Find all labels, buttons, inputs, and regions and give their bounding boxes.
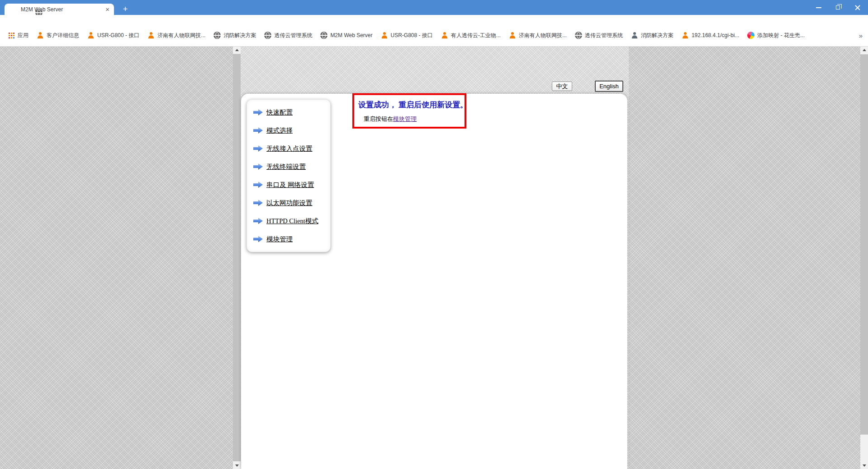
scroll-down-arrow[interactable] — [860, 462, 868, 469]
pinwheel-icon — [746, 31, 756, 40]
sidebar-menu-item[interactable]: 无线接入点设置 — [247, 139, 330, 158]
bookmark-item[interactable]: 济南有人物联网技... — [143, 29, 209, 41]
message-body-text: 重启按钮在 — [364, 115, 393, 122]
bookmarks-bar: 应用 客户详细信息 USR-G800 - 接口 济南有人物联网技... 消防解决… — [0, 29, 868, 41]
sidebar-menu-item[interactable]: 快速配置 — [247, 103, 330, 121]
person-orange-icon — [381, 32, 388, 39]
sidebar-menu-link[interactable]: HTTPD Client模式 — [266, 217, 318, 225]
sidebar-menu-item[interactable]: HTTPD Client模式 — [247, 212, 330, 230]
sidebar-menu-link[interactable]: 无线终端设置 — [266, 163, 306, 171]
bookmark-item[interactable]: 透传云管理系统 — [260, 29, 316, 41]
person-orange-icon — [37, 32, 44, 39]
left-frame-background — [0, 47, 233, 469]
blue-arrow-icon — [253, 163, 263, 170]
triangle-up-icon — [235, 49, 239, 51]
sidebar-menu-link[interactable]: 模式选择 — [266, 126, 293, 135]
sidebar-menu-link[interactable]: 模块管理 — [266, 235, 293, 244]
english-language-button[interactable]: English — [595, 81, 623, 92]
bookmark-item[interactable]: 透传云管理系统 — [571, 29, 627, 41]
bookmark-item[interactable]: 济南有人物联网技... — [505, 29, 571, 41]
bookmark-item[interactable]: 消防解决方案 — [627, 29, 678, 41]
triangle-down-icon — [863, 464, 866, 467]
bookmark-item[interactable]: USR-G800 - 接口 — [83, 29, 143, 41]
window-titlebar: M2M Web Server × + — [0, 0, 868, 15]
person-orange-icon — [509, 32, 516, 39]
close-button[interactable] — [849, 0, 867, 15]
success-message-box: 设置成功， 重启后使用新设置。 重启按钮在模块管理 — [352, 93, 466, 129]
scroll-up-arrow[interactable] — [860, 47, 868, 53]
sidebar-menu-link[interactable]: 串口及 网络设置 — [266, 181, 314, 189]
sidebar-menu-item[interactable]: 模式选择 — [247, 121, 330, 139]
sidebar-menu-item[interactable]: 模块管理 — [247, 230, 330, 248]
chinese-language-button[interactable]: 中文 — [552, 81, 572, 91]
scroll-up-arrow[interactable] — [233, 47, 241, 53]
globe-gray-icon — [320, 32, 327, 39]
blue-arrow-icon — [253, 109, 263, 116]
minimize-button[interactable] — [810, 0, 828, 15]
globe-gray-icon — [264, 32, 271, 39]
module-management-link[interactable]: 模块管理 — [393, 115, 417, 122]
success-message-title: 设置成功， 重启后使用新设置。 — [358, 100, 465, 110]
tab-close-icon[interactable]: × — [105, 6, 109, 13]
blue-arrow-icon — [253, 218, 263, 225]
web-page: 中文 English 快速配置 模式选择 无线接入点设置 — [0, 47, 868, 469]
sidebar-menu-link[interactable]: 快速配置 — [266, 108, 293, 117]
apps-grid-icon — [8, 32, 15, 39]
triangle-down-icon — [235, 464, 239, 467]
tab-title: M2M Web Server — [9, 6, 102, 13]
browser-toolbar: 不安全 10.10.100.254/home.html ★ — [0, 15, 868, 29]
bookmark-item[interactable]: 有人透传云-工业物... — [437, 29, 505, 41]
scroll-down-arrow[interactable] — [233, 462, 241, 469]
scrollbar-thumb[interactable] — [233, 54, 241, 461]
restore-icon — [836, 5, 840, 10]
blue-arrow-icon — [253, 236, 263, 243]
sidebar-menu-link[interactable]: 以太网功能设置 — [266, 199, 313, 207]
bookmark-item[interactable]: 应用 — [4, 29, 33, 41]
sidebar-menu-item[interactable]: 串口及 网络设置 — [247, 176, 330, 194]
globe-gray-icon — [575, 32, 582, 39]
scrollbar-thumb[interactable] — [860, 54, 868, 435]
bookmark-item[interactable]: 客户详细信息 — [33, 29, 83, 41]
close-icon — [854, 5, 861, 11]
restore-button[interactable] — [829, 0, 847, 15]
person-orange-icon — [682, 32, 689, 39]
sidebar-menu-panel: 快速配置 模式选择 无线接入点设置 无线终端设置 — [247, 99, 331, 252]
blue-arrow-icon — [253, 200, 263, 206]
bookmark-item[interactable]: 192.168.4.1/cgi-bi... — [678, 29, 743, 41]
sidebar-menu: 快速配置 模式选择 无线接入点设置 无线终端设置 — [247, 103, 330, 248]
new-tab-button[interactable]: + — [119, 5, 131, 14]
sidebar-menu-item[interactable]: 无线终端设置 — [247, 158, 330, 176]
bookmark-item[interactable]: M2M Web Server — [316, 29, 376, 41]
frame-scrollbar[interactable] — [233, 47, 241, 469]
bookmark-item[interactable]: USR-G808 - 接口 — [377, 29, 437, 41]
blue-arrow-icon — [253, 145, 263, 152]
blue-arrow-icon — [253, 127, 263, 134]
bookmarks-overflow-chevron[interactable]: » — [859, 29, 863, 41]
person-orange-icon — [441, 32, 448, 39]
person-orange-icon — [147, 32, 155, 39]
bookmarks-bar-gap — [0, 41, 868, 47]
bookmark-item[interactable]: 消防解决方案 — [209, 29, 260, 41]
sidebar-menu-link[interactable]: 无线接入点设置 — [266, 144, 313, 153]
success-message-body: 重启按钮在模块管理 — [364, 115, 465, 123]
bookmark-item[interactable]: 添加映射 - 花生壳... — [743, 29, 809, 41]
blue-arrow-icon — [253, 182, 263, 188]
plus-icon: + — [123, 5, 128, 13]
globe-gray-icon — [213, 32, 221, 39]
person-dark-icon — [631, 32, 638, 39]
person-orange-icon — [87, 32, 95, 39]
browser-tab[interactable]: M2M Web Server × — [5, 4, 114, 15]
sidebar-menu-item[interactable]: 以太网功能设置 — [247, 194, 330, 212]
triangle-up-icon — [863, 49, 866, 51]
minimize-icon — [816, 7, 821, 8]
bookmarks-bar-wrap: 应用 客户详细信息 USR-G800 - 接口 济南有人物联网技... 消防解决… — [0, 29, 868, 41]
browser-scrollbar[interactable] — [860, 47, 868, 469]
